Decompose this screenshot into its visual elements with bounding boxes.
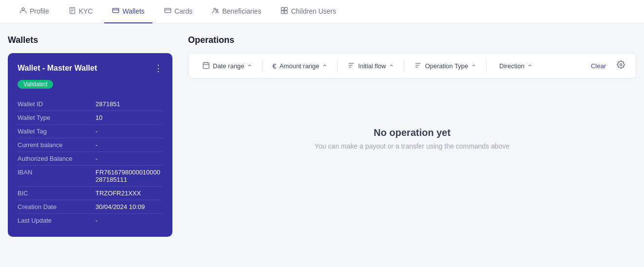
operation-type-filter-icon (414, 61, 422, 71)
filter-divider (486, 60, 487, 72)
wallets-section-title: Wallets (8, 35, 172, 45)
nav-label-kyc: KYC (79, 7, 93, 15)
info-label: BIC (18, 190, 95, 197)
wallet-card-header: Wallet - Master Wallet ⋮ (18, 63, 163, 74)
filter-chevron-date-range (247, 63, 252, 69)
svg-rect-6 (165, 8, 171, 13)
filter-operation-type[interactable]: Operation Type (408, 58, 482, 74)
nav-item-beneficiaries[interactable]: Beneficiaries (204, 0, 269, 23)
info-value: - (95, 155, 97, 162)
wallet-info-row: Wallet ID2871851 (18, 97, 163, 111)
info-value: - (95, 141, 97, 149)
nav-item-profile[interactable]: Profile (12, 0, 57, 23)
info-value: FR7616798000010000287185111 (95, 169, 163, 183)
filter-label-operation-type: Operation Type (425, 62, 468, 70)
filter-chevron-direction (527, 63, 532, 69)
svg-rect-13 (203, 62, 209, 68)
filter-divider (404, 60, 404, 72)
info-label: Wallet ID (18, 100, 95, 108)
nav-label-beneficiaries: Beneficiaries (222, 7, 261, 15)
operations-section-title: Operations (188, 35, 636, 45)
wallet-info-row: Last Update- (18, 214, 163, 227)
clear-button[interactable]: Clear (585, 59, 612, 73)
info-value: - (95, 217, 97, 224)
info-label: Authorized Balance (18, 155, 95, 162)
filter-chevron-amount-range (322, 63, 327, 69)
date-range-filter-icon (202, 61, 210, 71)
kyc-nav-icon (69, 7, 76, 16)
filter-direction[interactable]: Direction (491, 59, 538, 73)
info-value: 30/04/2024 10:09 (95, 203, 145, 210)
svg-point-0 (22, 7, 24, 10)
filter-amount-range[interactable]: € Amount range (266, 59, 333, 73)
nav-item-children-users[interactable]: Children Users (273, 0, 344, 23)
info-label: Current balance (18, 141, 95, 149)
validated-badge: Validated (18, 80, 53, 89)
wallet-info-row: IBANFR7616798000010000287185111 (18, 166, 163, 187)
svg-rect-5 (113, 8, 119, 13)
nav-label-cards: Cards (174, 7, 192, 15)
cards-nav-icon (164, 7, 171, 16)
svg-point-8 (216, 9, 218, 11)
wallet-info-row: Wallet Tag- (18, 125, 163, 138)
top-navigation: ProfileKYCWalletsCardsBeneficiariesChild… (0, 0, 644, 23)
left-panel: Wallets Wallet - Master Wallet ⋮ Validat… (0, 23, 180, 267)
empty-state-subtitle: You can make a payout or a transfer usin… (315, 142, 510, 150)
filter-divider (262, 60, 263, 72)
wallets-nav-icon (112, 7, 119, 16)
info-label: Last Update (18, 217, 95, 224)
wallet-info-row: Wallet Type10 (18, 111, 163, 125)
info-value: TRZOFR21XXX (95, 190, 141, 197)
amount-range-filter-icon: € (272, 62, 276, 70)
nav-label-wallets: Wallets (122, 7, 144, 15)
profile-nav-icon (19, 7, 27, 16)
info-value: 10 (95, 114, 102, 121)
right-panel: Operations Date range € Amount range Ini… (180, 23, 644, 267)
wallet-info-row: Creation Date30/04/2024 10:09 (18, 200, 163, 214)
svg-point-7 (214, 8, 216, 10)
beneficiaries-nav-icon (212, 7, 219, 16)
filter-initial-flow[interactable]: Initial flow (341, 58, 400, 74)
filter-label-initial-flow: Initial flow (358, 62, 386, 70)
info-value: 2871851 (95, 100, 120, 108)
nav-label-children-users: Children Users (291, 7, 336, 15)
wallet-card: Wallet - Master Wallet ⋮ Validated Walle… (8, 53, 172, 237)
filter-divider (337, 60, 338, 72)
nav-item-cards[interactable]: Cards (156, 0, 200, 23)
info-label: Creation Date (18, 203, 95, 210)
wallet-info-row: Current balance- (18, 138, 163, 152)
wallet-card-title: Wallet - Master Wallet (18, 64, 97, 73)
svg-rect-9 (282, 7, 284, 10)
info-label: Wallet Tag (18, 128, 95, 135)
wallet-info-row: Authorized Balance- (18, 152, 163, 166)
info-value: - (95, 128, 97, 135)
svg-point-20 (620, 63, 622, 65)
main-layout: Wallets Wallet - Master Wallet ⋮ Validat… (0, 23, 644, 267)
wallet-info-table: Wallet ID2871851Wallet Type10Wallet Tag-… (18, 97, 163, 227)
filter-label-amount-range: Amount range (280, 62, 320, 70)
svg-rect-11 (282, 11, 284, 14)
initial-flow-filter-icon (347, 61, 355, 71)
filter-bar: Date range € Amount range Initial flow O… (188, 53, 636, 78)
nav-item-wallets[interactable]: Wallets (104, 0, 152, 23)
wallet-menu-icon[interactable]: ⋮ (154, 63, 163, 74)
svg-rect-12 (285, 11, 288, 14)
empty-state-title: No operation yet (374, 127, 451, 138)
wallet-info-row: BICTRZOFR21XXX (18, 187, 163, 200)
info-label: Wallet Type (18, 114, 95, 121)
svg-rect-10 (285, 7, 288, 10)
filter-label-date-range: Date range (213, 62, 244, 70)
settings-icon[interactable] (614, 57, 628, 74)
filter-label-direction: Direction (499, 62, 524, 70)
empty-state: No operation yet You can make a payout o… (188, 127, 636, 150)
nav-label-profile: Profile (30, 7, 49, 15)
children-users-nav-icon (281, 7, 288, 16)
filter-chevron-operation-type (471, 63, 476, 69)
filter-chevron-initial-flow (389, 63, 394, 69)
nav-item-kyc[interactable]: KYC (61, 0, 101, 23)
filter-date-range[interactable]: Date range (196, 58, 258, 74)
info-label: IBAN (18, 169, 95, 183)
